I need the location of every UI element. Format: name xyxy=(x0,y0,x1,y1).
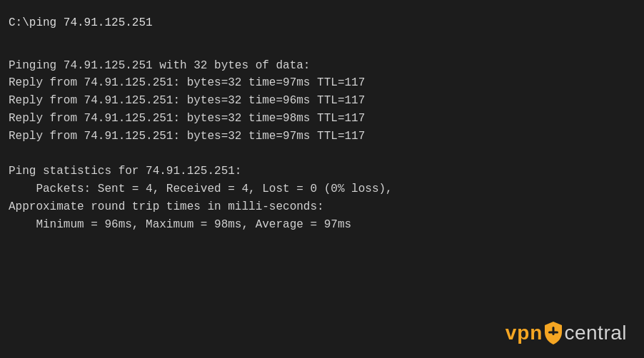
central-label: central xyxy=(564,322,627,344)
reply-line-2: Reply from 74.91.125.251: bytes=32 time=… xyxy=(9,92,635,110)
terminal-window: C:\ping 74.91.125.251 Pinging 74.91.125.… xyxy=(0,0,644,358)
svg-rect-1 xyxy=(548,332,558,334)
shield-icon xyxy=(543,321,563,345)
svg-rect-0 xyxy=(553,327,555,335)
stats-line: Ping statistics for 74.91.125.251: xyxy=(9,163,635,180)
minmax-line: Minimum = 96ms, Maximum = 98ms, Average … xyxy=(9,216,635,234)
packets-line: Packets: Sent = 4, Received = 4, Lost = … xyxy=(9,180,635,198)
blank-line-1 xyxy=(9,39,635,57)
reply-line-1: Reply from 74.91.125.251: bytes=32 time=… xyxy=(9,74,635,92)
vpn-label: vpn xyxy=(505,322,543,344)
reply-line-4: Reply from 74.91.125.251: bytes=32 time=… xyxy=(9,128,635,145)
reply-line-3: Reply from 74.91.125.251: bytes=32 time=… xyxy=(9,110,635,128)
command-line: C:\ping 74.91.125.251 xyxy=(9,14,635,32)
approx-line: Approximate round trip times in milli-se… xyxy=(9,198,635,216)
vpncentral-branding: vpn central xyxy=(505,321,627,345)
blank-line-2 xyxy=(9,145,635,163)
pinging-line: Pinging 74.91.125.251 with 32 bytes of d… xyxy=(9,57,635,75)
